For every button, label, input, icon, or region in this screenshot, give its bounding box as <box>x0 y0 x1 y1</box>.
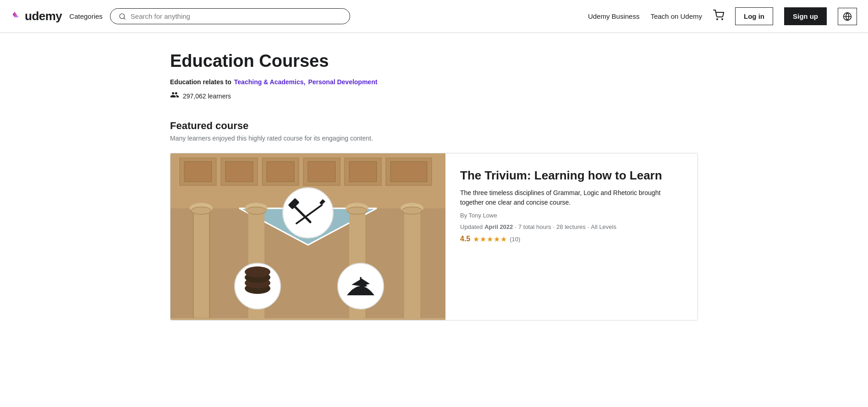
svg-point-35 <box>283 188 333 238</box>
learners-count: 297,062 learners <box>183 92 231 100</box>
featured-section-subtitle: Many learners enjoyed this highly rated … <box>170 135 698 142</box>
star-3: ★ <box>487 235 493 244</box>
course-rating: 4.5 ★ ★ ★ ★ ★ (10) <box>460 235 683 244</box>
language-button[interactable] <box>838 8 857 25</box>
course-thumbnail <box>170 153 445 320</box>
rating-count: (10) <box>510 236 520 243</box>
related-row: Education relates to Teaching & Academic… <box>170 78 698 86</box>
signup-button[interactable]: Sign up <box>784 7 827 25</box>
svg-rect-14 <box>184 162 212 182</box>
categories-button[interactable]: Categories <box>69 12 103 20</box>
svg-rect-18 <box>349 162 377 182</box>
star-1: ★ <box>473 235 479 244</box>
learners-row: 297,062 learners <box>170 90 698 102</box>
rating-number: 4.5 <box>460 235 470 243</box>
svg-rect-22 <box>193 208 209 318</box>
related-link-teaching[interactable]: Teaching & Academics, <box>234 78 306 86</box>
nav-links: Udemy Business Teach on Udemy Log in Sig… <box>588 7 857 25</box>
svg-point-34 <box>402 207 422 214</box>
stars: ★ ★ ★ ★ ★ <box>473 235 507 244</box>
udemy-business-link[interactable]: Udemy Business <box>588 12 640 20</box>
udemy-logo-icon <box>11 10 24 23</box>
svg-rect-32 <box>404 208 420 318</box>
related-link-personal[interactable]: Personal Development <box>308 78 377 86</box>
star-4: ★ <box>494 235 500 244</box>
svg-point-2 <box>717 19 718 20</box>
related-prefix: Education relates to <box>170 78 231 86</box>
svg-point-31 <box>347 207 367 214</box>
featured-card: The Trivium: Learning how to Learn The t… <box>170 153 698 320</box>
logo-text: udemy <box>25 9 62 23</box>
svg-point-25 <box>191 207 211 214</box>
login-button[interactable]: Log in <box>735 7 773 25</box>
logo[interactable]: udemy <box>11 9 62 23</box>
page-title: Education Courses <box>170 51 698 71</box>
course-meta: Updated April 2022 · 7 total hours · 28 … <box>460 223 683 230</box>
teach-link[interactable]: Teach on Udemy <box>650 12 702 20</box>
search-bar <box>110 8 351 24</box>
learners-icon <box>170 90 179 102</box>
course-info: The Trivium: Learning how to Learn The t… <box>445 153 698 320</box>
course-image-svg <box>170 153 445 318</box>
svg-rect-19 <box>390 162 427 182</box>
course-title: The Trivium: Learning how to Learn <box>460 168 683 184</box>
star-2: ★ <box>480 235 486 244</box>
featured-section-title: Featured course <box>170 120 698 132</box>
course-instructor: By Tony Lowe <box>460 212 683 219</box>
course-description: The three timeless disciplines of Gramma… <box>460 188 683 207</box>
cart-icon[interactable] <box>713 10 724 23</box>
svg-rect-15 <box>225 162 253 182</box>
star-5: ★ <box>500 235 507 244</box>
search-input[interactable] <box>131 12 342 20</box>
search-icon <box>119 13 126 20</box>
svg-point-43 <box>245 266 270 277</box>
svg-point-3 <box>722 19 723 20</box>
svg-rect-16 <box>267 162 294 182</box>
navbar: udemy Categories Udemy Business Teach on… <box>0 0 868 33</box>
svg-rect-17 <box>308 162 335 182</box>
svg-point-28 <box>246 207 266 214</box>
main-content: Education Courses Education relates to T… <box>159 33 709 331</box>
svg-line-1 <box>124 18 125 19</box>
